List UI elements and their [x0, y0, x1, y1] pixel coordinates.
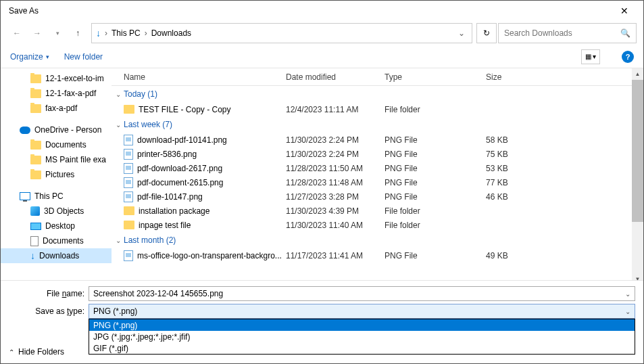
tree-item[interactable]: Desktop: [1, 219, 112, 233]
file-date: 11/17/2023 11:41 AM: [286, 251, 385, 260]
navigation-tree[interactable]: 12-1-excel-to-im12-1-fax-a-pdffax-a-pdfO…: [1, 68, 112, 285]
saveastype-dropdown[interactable]: PNG (*.png)JPG (*.jpg;*.jpeg;*.jpe;*.jfi…: [89, 319, 635, 355]
folder-icon: [124, 206, 134, 215]
chevron-down-icon: ⌄: [116, 91, 121, 98]
hide-folders-button[interactable]: ⌃ Hide Folders: [9, 347, 64, 357]
tree-item[interactable]: 3D Objects: [1, 204, 112, 219]
group-header[interactable]: ⌄Last month (2): [112, 232, 643, 248]
file-row[interactable]: printer-5836.png11/30/2023 2:24 PMPNG Fi…: [112, 147, 643, 161]
file-type: File folder: [385, 221, 486, 230]
vertical-scrollbar[interactable]: ▲ ▼: [632, 68, 643, 285]
tree-item[interactable]: Pictures: [1, 167, 112, 182]
saveastype-label: Save as type:: [9, 306, 89, 316]
file-type: PNG File: [385, 251, 486, 260]
new-folder-button[interactable]: New folder: [64, 52, 103, 62]
file-row[interactable]: ms-office-logo-on-transparent-backgro...…: [112, 248, 643, 263]
column-size[interactable]: Size: [486, 72, 547, 82]
file-type: PNG File: [385, 135, 486, 145]
tree-item[interactable]: 12-1-excel-to-im: [1, 71, 112, 86]
file-type: PNG File: [385, 164, 486, 173]
file-icon: [124, 177, 133, 188]
filetype-option[interactable]: PNG (*.png): [89, 319, 635, 331]
file-row[interactable]: installation package11/30/2023 4:39 PMFi…: [112, 204, 643, 218]
file-row[interactable]: pdf-document-2615.png11/28/2023 11:48 AM…: [112, 175, 643, 189]
file-date: 11/28/2023 11:48 AM: [286, 178, 385, 187]
file-name: pdf-download-2617.png: [137, 164, 222, 173]
tree-item[interactable]: This PC: [1, 189, 112, 204]
file-row[interactable]: pdf-file-10147.png11/27/2023 3:28 PMPNG …: [112, 189, 643, 204]
folder-icon: [30, 141, 41, 150]
search-box[interactable]: 🔍: [498, 23, 637, 43]
view-options-button[interactable]: ▦ ▾: [581, 49, 600, 64]
tree-item[interactable]: Documents: [1, 233, 112, 248]
tree-item-label: Documents: [45, 140, 86, 150]
tree-item-label: 12-1-fax-a-pdf: [45, 89, 96, 98]
tree-item[interactable]: Documents: [1, 137, 112, 152]
pc-icon: [20, 192, 30, 200]
file-name: ms-office-logo-on-transparent-backgro...: [137, 251, 282, 260]
folder-icon: [124, 221, 134, 229]
tree-item[interactable]: OneDrive - Person: [1, 122, 112, 137]
tree-item-label: 12-1-excel-to-im: [45, 74, 104, 83]
scroll-up-button[interactable]: ▲: [632, 68, 643, 80]
forward-button[interactable]: →: [28, 24, 47, 43]
tree-item-label: OneDrive - Person: [34, 125, 101, 135]
group-header[interactable]: ⌄Last week (7): [112, 116, 643, 133]
tree-item[interactable]: 12-1-fax-a-pdf: [1, 86, 112, 101]
chevron-down-icon[interactable]: ⌄: [625, 308, 630, 315]
scroll-thumb[interactable]: [632, 80, 643, 222]
caret-up-icon: ⌃: [9, 348, 14, 356]
file-type: File folder: [385, 206, 486, 216]
group-label: Last week (7): [124, 120, 172, 129]
chevron-right-icon: ›: [105, 28, 107, 38]
refresh-button[interactable]: ↻: [476, 23, 497, 43]
folder-icon: [30, 89, 41, 98]
filetype-option[interactable]: GIF (*.gif): [89, 342, 635, 354]
help-button[interactable]: ?: [622, 51, 634, 63]
column-headers[interactable]: Name Date modified Type Size: [112, 68, 643, 86]
address-dropdown-button[interactable]: ⌄: [455, 28, 468, 38]
address-bar[interactable]: ↓ › This PC › Downloads ⌄: [91, 23, 472, 43]
file-row[interactable]: download-pdf-10141.png11/30/2023 2:24 PM…: [112, 133, 643, 147]
search-input[interactable]: [504, 28, 620, 38]
organize-menu[interactable]: Organize ▾: [10, 52, 49, 62]
file-list[interactable]: Name Date modified Type Size ⌄Today (1)T…: [112, 68, 643, 285]
folder-icon: [30, 74, 41, 83]
chevron-down-icon[interactable]: ⌄: [625, 290, 630, 298]
file-size: 58 KB: [486, 135, 547, 145]
column-date[interactable]: Date modified: [286, 72, 385, 82]
up-button[interactable]: ↑: [68, 24, 87, 43]
tree-item[interactable]: fax-a-pdf: [1, 101, 112, 116]
breadcrumb-current[interactable]: Downloads: [151, 28, 191, 38]
column-type[interactable]: Type: [385, 72, 486, 82]
file-icon: [124, 135, 133, 145]
filetype-option[interactable]: JPG (*.jpg;*.jpeg;*.jpe;*.jfif): [89, 331, 635, 342]
file-date: 11/30/2023 2:24 PM: [286, 135, 385, 145]
back-button[interactable]: ←: [7, 24, 26, 43]
filename-value: Screenshot 2023-12-04 145655.png: [93, 289, 223, 298]
saveastype-combobox[interactable]: PNG (*.png) ⌄: [89, 304, 635, 319]
file-name: download-pdf-10141.png: [137, 135, 227, 145]
3d-objects-icon: [30, 206, 40, 216]
tree-item[interactable]: ↓Downloads: [1, 248, 112, 263]
file-row[interactable]: inpage test file11/30/2023 11:40 AMFile …: [112, 218, 643, 232]
folder-icon: [124, 105, 134, 114]
file-name: installation package: [139, 206, 209, 216]
recent-locations-button[interactable]: ▾: [48, 24, 67, 43]
folder-icon: [30, 156, 41, 164]
breadcrumb-root[interactable]: This PC: [112, 28, 141, 38]
tree-item-label: Downloads: [39, 251, 79, 260]
file-type: PNG File: [385, 178, 486, 187]
tree-item[interactable]: MS Paint file exa: [1, 152, 112, 167]
close-button[interactable]: ✕: [611, 1, 638, 20]
filename-input[interactable]: Screenshot 2023-12-04 145655.png ⌄: [89, 286, 635, 301]
file-row[interactable]: TEST FILE - Copy - Copy12/4/2023 11:11 A…: [112, 102, 643, 116]
file-date: 11/30/2023 4:39 PM: [286, 206, 385, 216]
file-row[interactable]: pdf-download-2617.png11/28/2023 11:50 AM…: [112, 161, 643, 175]
file-icon: [124, 163, 133, 174]
column-name[interactable]: Name: [112, 72, 286, 82]
file-date: 11/28/2023 11:50 AM: [286, 164, 385, 173]
tree-item-label: Pictures: [45, 170, 74, 179]
group-header[interactable]: ⌄Today (1): [112, 86, 643, 102]
tree-item-label: This PC: [34, 191, 64, 201]
